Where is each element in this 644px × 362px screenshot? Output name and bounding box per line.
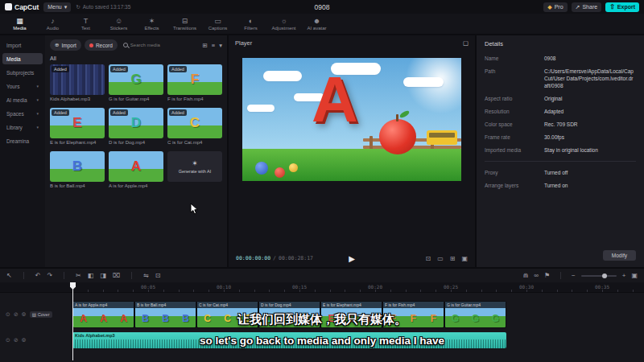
fence-post xyxy=(369,136,373,150)
ratio-icon[interactable]: ▭ xyxy=(437,255,444,262)
adjustment-icon: ☼ xyxy=(280,17,287,25)
added-badge: Added xyxy=(110,109,128,116)
cloud xyxy=(263,71,302,81)
video-thumbnail: Added G xyxy=(109,64,163,95)
effects-icon: ✶ xyxy=(149,17,155,25)
import-button[interactable]: ⊕ Import xyxy=(50,39,81,51)
tab-filters[interactable]: ◐ Filters xyxy=(235,17,266,31)
select-tool-icon[interactable]: ↖ xyxy=(6,272,12,279)
mouse-cursor xyxy=(190,203,199,216)
tab-effects[interactable]: ✶ Effects xyxy=(136,17,167,31)
sidebar-item-yours[interactable]: Yours▾ xyxy=(2,80,43,92)
video-preview[interactable]: A xyxy=(242,58,461,181)
generate-with-ai-tile[interactable]: ✶ Generate with AI xyxy=(167,151,222,188)
media-item-e-elephant[interactable]: Added E E is for Elephant.mp4 xyxy=(50,108,105,145)
divider xyxy=(131,272,132,279)
library-sidebar: Import Media Subprojects Yours▾ AI media… xyxy=(0,35,45,267)
media-search[interactable] xyxy=(121,39,200,51)
search-input[interactable] xyxy=(130,43,197,47)
sidebar-item-media[interactable]: Media xyxy=(2,53,43,64)
redo-icon[interactable]: ↷ xyxy=(47,272,52,279)
title-bar: CapCut Menu ▾ ↻ Auto saved 13:17:35 0908… xyxy=(0,0,644,14)
crop-icon[interactable]: ⊡ xyxy=(155,272,161,279)
grid-view-icon[interactable]: ⊞ xyxy=(203,42,208,49)
section-label-all[interactable]: All xyxy=(50,56,222,61)
zoom-knob[interactable] xyxy=(602,274,607,278)
autosave-icon: ↻ xyxy=(76,4,80,10)
fullscreen-icon[interactable]: ▣ xyxy=(461,255,468,262)
media-item-c-cat[interactable]: Added C C is for Cat.mp4 xyxy=(167,108,222,145)
sidebar-item-spaces[interactable]: Spaces▾ xyxy=(2,108,43,119)
detail-row-aspect-ratio: Aspect ratioOriginal xyxy=(485,95,636,102)
player-expand-icon[interactable]: ▢ xyxy=(463,39,469,47)
menu-button[interactable]: Menu ▾ xyxy=(43,2,71,12)
delete-right-icon[interactable]: ◨ xyxy=(100,272,106,279)
tab-captions[interactable]: ▭ Captions xyxy=(202,17,233,31)
magnet-icon[interactable]: ⋒ xyxy=(523,272,529,279)
media-item-a-apple[interactable]: A A is for Apple.mp4 xyxy=(109,151,163,188)
sort-filter-icon[interactable]: ▾ xyxy=(219,42,222,49)
zoom-in-icon[interactable]: + xyxy=(622,272,626,279)
detail-row-color-space: Color spaceRec. 709 SDR xyxy=(485,121,636,128)
added-badge: Added xyxy=(52,66,69,72)
pro-diamond-icon: ◆ xyxy=(547,4,551,10)
media-grid-area: ⊕ Import Record ⊞ ≡ ▾ All Added xyxy=(45,35,227,267)
capcut-logo-icon xyxy=(5,3,12,10)
sidebar-item-subprojects[interactable]: Subprojects xyxy=(2,67,43,78)
player-header-label: Player xyxy=(235,39,252,47)
player-controls: 00:00:00:00 / 00:00:28:17 ▶ ⊡ ▭ ⊞ ▣ xyxy=(229,249,475,267)
media-item-g-guitar[interactable]: Added G G is for Guitar.mp4 xyxy=(109,64,163,101)
split-icon[interactable]: ✂ xyxy=(76,272,81,279)
sidebar-item-ai-media[interactable]: AI media▾ xyxy=(2,94,43,105)
mirror-icon[interactable]: ⇋ xyxy=(143,272,149,279)
export-button[interactable]: ⇧ Export xyxy=(605,2,639,12)
media-item-kids-alphabet[interactable]: Added Kids Alphabet.mp3 xyxy=(50,64,105,101)
link-icon[interactable]: ∞ xyxy=(534,272,539,279)
detail-row-imported-media: Imported mediaStay in original location xyxy=(485,146,636,154)
tab-media[interactable]: ▦ Media xyxy=(4,17,35,31)
sidebar-item-import[interactable]: Import xyxy=(2,39,43,51)
school-bus xyxy=(427,130,457,145)
media-item-f-fish[interactable]: Added F F is for Fish.mp4 xyxy=(167,64,222,101)
grid-overlay-icon[interactable]: ⊞ xyxy=(450,255,456,262)
tab-transitions[interactable]: ⊟ Transitions xyxy=(169,17,200,31)
fit-timeline-icon[interactable]: ▣ xyxy=(631,272,638,279)
detail-row-name: Name0908 xyxy=(485,55,636,62)
import-icon: ⊕ xyxy=(55,42,59,48)
divider xyxy=(23,272,24,279)
share-button[interactable]: ↗ Share xyxy=(572,2,602,12)
tab-adjustment[interactable]: ☼ Adjustment xyxy=(268,17,299,31)
zoom-out-icon[interactable]: − xyxy=(572,272,576,279)
chevron-down-icon: ▾ xyxy=(64,4,68,10)
red-ball xyxy=(275,167,285,178)
modify-button[interactable]: Modify xyxy=(603,250,636,261)
undo-icon[interactable]: ↶ xyxy=(35,272,41,279)
tab-ai-avatar[interactable]: ☻ AI avatar xyxy=(301,17,332,31)
video-thumbnail: B xyxy=(50,151,105,182)
media-library-panel: Import Media Subprojects Yours▾ AI media… xyxy=(0,35,227,267)
subtitle-line-english: so let's go back to media and only media… xyxy=(0,335,644,347)
play-button[interactable]: ▶ xyxy=(349,254,355,263)
zoom-slider[interactable] xyxy=(581,275,617,277)
delete-left-icon[interactable]: ◧ xyxy=(88,272,94,279)
media-grid: Added Kids Alphabet.mp3 Added G G is for… xyxy=(50,64,222,188)
pro-button[interactable]: ◆ Pro xyxy=(543,2,567,12)
marker-icon[interactable]: ⚑ xyxy=(544,272,550,279)
tab-stickers[interactable]: ☺ Stickers xyxy=(103,17,134,31)
record-button[interactable]: Record xyxy=(85,39,118,51)
timeline-toolbar: ↖ ↶ ↷ ✂ ◧ ◨ ⌧ ⇋ ⊡ ⋒ ∞ ⚑ − + ▣ xyxy=(0,269,644,282)
sidebar-item-library[interactable]: Library▾ xyxy=(2,121,43,133)
media-item-b-ball[interactable]: B B is for Ball.mp4 xyxy=(50,151,105,188)
cloud xyxy=(247,105,275,112)
timeline-ruler[interactable]: 00:05 00:10 00:15 00:20 00:25 00:30 00:3… xyxy=(0,282,644,293)
media-icon: ▦ xyxy=(16,17,23,25)
tab-audio[interactable]: ♪ Audio xyxy=(37,17,68,31)
divider xyxy=(64,272,64,279)
list-view-icon[interactable]: ≡ xyxy=(212,42,215,49)
media-item-d-dog[interactable]: Added D D is for Dog.mp4 xyxy=(109,108,163,145)
tab-text[interactable]: T Text xyxy=(70,17,101,31)
preview-quality-icon[interactable]: ⊡ xyxy=(425,255,431,262)
delete-icon[interactable]: ⌧ xyxy=(113,272,120,279)
chevron-down-icon: ▾ xyxy=(36,84,39,88)
sidebar-item-dreamina[interactable]: Dreamina xyxy=(2,135,43,146)
